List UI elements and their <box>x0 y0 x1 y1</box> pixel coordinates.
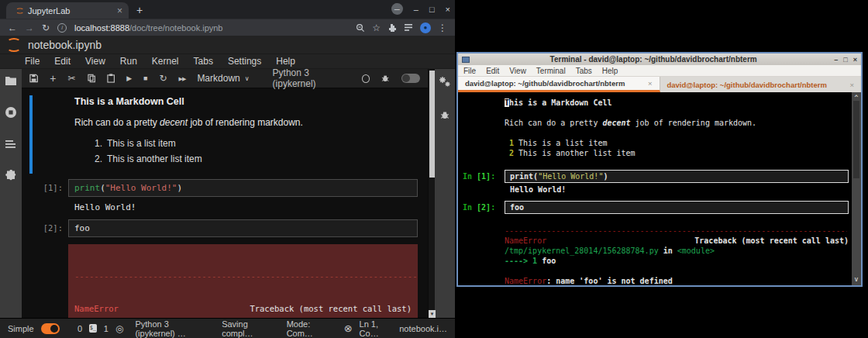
run-cell-icon[interactable]: ▶ <box>126 75 132 82</box>
window-minimize-button[interactable]: – <box>414 5 418 14</box>
window-maximize-button[interactable]: □ <box>429 5 435 14</box>
nbterm-error-path: /tmp/ipykernel_28014/156288784.py in <mo… <box>460 246 849 256</box>
scrollbar-thumb[interactable] <box>429 71 435 178</box>
kernel-name-label[interactable]: Python 3 (ipykernel) <box>273 67 350 89</box>
terminals-count[interactable]: 0 <box>78 324 82 333</box>
copy-cells-icon[interactable] <box>88 74 95 83</box>
browser-tab-title: JupyterLab <box>28 6 70 16</box>
document-title: notebook.ipynb <box>28 39 102 51</box>
terminal-title: Terminal - david@laptop: ~/github/davidb… <box>473 55 834 64</box>
menu-kernel[interactable]: Kernel <box>152 56 179 67</box>
status-kernel-label[interactable]: Python 3 (ipykernel) … <box>135 319 205 338</box>
input-prompt-2: [2]: <box>22 219 68 233</box>
nbterm-input-1[interactable]: print("Hello World!") <box>505 170 849 183</box>
nbterm-output-1: Hello World! <box>460 185 849 195</box>
trust-shield-icon: ⊗ <box>344 322 353 334</box>
notebook-cells: This is a Markdown Cell Rich can do a pr… <box>22 88 428 318</box>
terminal-menu-help[interactable]: Help <box>602 67 618 75</box>
profile-avatar[interactable]: ● <box>420 22 431 33</box>
nbterm-code-cell-2: In [2]: foo <box>460 201 849 214</box>
terminal-tab-inactive[interactable]: david@laptop: ~/github/davidbrochart/nbt… <box>660 77 862 92</box>
code-input-1[interactable]: print("Hello World!") <box>68 179 418 197</box>
reading-list-icon[interactable] <box>404 23 413 32</box>
markdown-list-item: 2.This is another list item <box>95 153 417 164</box>
debugger-sidebar-bug-icon[interactable] <box>440 111 450 120</box>
cursor-position-label[interactable]: Ln 1, Co… <box>360 319 393 338</box>
debugger-bug-icon[interactable] <box>381 74 389 83</box>
terminal-tab-active[interactable]: david@laptop: ~/github/davidbrochart/nbt… <box>458 77 660 92</box>
menu-run[interactable]: Run <box>120 56 137 67</box>
extension-manager-icon[interactable] <box>5 170 17 181</box>
status-filename-label: notebook.i… <box>399 324 447 333</box>
interrupt-kernel-icon[interactable]: ■ <box>143 75 147 82</box>
forward-icon[interactable]: → <box>25 22 34 33</box>
toolbar-toggle[interactable] <box>401 74 420 83</box>
new-tab-button[interactable]: + <box>136 4 143 19</box>
terminal-tab-close-icon[interactable]: × <box>845 81 854 89</box>
terminal-menu-view[interactable]: View <box>509 67 526 75</box>
jupyter-favicon <box>15 8 21 14</box>
browser-tab-strip: JupyterLab × + — – □ × <box>0 0 455 19</box>
selected-cell-indicator[interactable] <box>29 95 33 174</box>
zoom-icon[interactable] <box>356 23 365 33</box>
terminal-scrollbar-thumb[interactable] <box>853 101 859 178</box>
site-info-icon[interactable]: i <box>57 23 67 33</box>
code-cell-2: [2]: foo <box>22 219 418 237</box>
menu-file[interactable]: File <box>25 56 40 67</box>
kernels-count[interactable]: 1 <box>104 324 108 333</box>
terminal-scroll-down-icon[interactable]: v <box>855 274 859 285</box>
terminal-menubar: File Edit View Terminal Tabs Help <box>458 65 861 77</box>
window-close-button[interactable]: × <box>446 5 450 14</box>
file-browser-icon[interactable] <box>5 76 16 85</box>
table-of-contents-icon[interactable] <box>5 140 16 149</box>
code-input-2[interactable]: foo <box>68 219 418 237</box>
url-field[interactable]: localhost:8888/doc/tree/notebook.ipynb <box>74 23 348 33</box>
terminal-minimize-button[interactable]: – <box>834 56 838 64</box>
scrollbar-down-arrow[interactable]: ▼ <box>429 310 436 318</box>
nbterm-error-header: NameError Traceback (most recent call la… <box>460 236 849 246</box>
restart-run-all-icon[interactable]: ▶▶ <box>179 76 186 81</box>
browser-window: JupyterLab × + — – □ × ← → ↻ i localhost… <box>0 0 455 338</box>
terminal-tab-close-icon[interactable]: × <box>643 79 653 88</box>
terminal-sessions-icon: $_ <box>89 324 97 333</box>
restart-kernel-icon[interactable]: ↻ <box>160 74 167 83</box>
terminal-menu-tabs[interactable]: Tabs <box>576 67 592 75</box>
cell-type-dropdown[interactable]: Markdown ∨ <box>197 73 249 84</box>
back-icon[interactable]: ← <box>8 22 17 33</box>
terminal-scrollbar[interactable]: ^ v <box>852 92 861 285</box>
paste-cells-icon[interactable] <box>107 74 115 83</box>
menu-edit[interactable]: Edit <box>54 56 71 67</box>
menu-help[interactable]: Help <box>276 56 295 67</box>
terminal-close-button[interactable]: × <box>853 56 857 64</box>
running-sessions-icon[interactable] <box>5 106 17 119</box>
terminal-menu-terminal[interactable]: Terminal <box>536 67 566 75</box>
markdown-cell[interactable]: This is a Markdown Cell Rich can do a pr… <box>22 94 428 172</box>
error-header: NameError Traceback (most recent call la… <box>74 303 412 314</box>
nbterm-input-2[interactable]: foo <box>505 201 849 214</box>
menu-view[interactable]: View <box>85 56 105 67</box>
menu-tabs[interactable]: Tabs <box>194 56 213 67</box>
browser-menu-kebab-icon[interactable]: ⋮ <box>438 22 447 33</box>
extensions-puzzle-icon[interactable] <box>388 23 397 33</box>
notebook-panel: + ✂ ▶ ■ ↻ ▶▶ Markdown ∨ Python 3 (ipyker… <box>22 69 428 318</box>
terminal-menu-edit[interactable]: Edit <box>486 67 499 75</box>
extension-icon[interactable]: — <box>391 3 403 15</box>
simple-mode-toggle[interactable] <box>41 323 60 334</box>
notebook-scrollbar[interactable]: ▼ <box>428 69 435 318</box>
terminal-titlebar[interactable]: Terminal - david@laptop: ~/github/davidb… <box>458 53 861 65</box>
save-icon[interactable] <box>29 74 38 83</box>
browser-tab[interactable]: JupyterLab × <box>6 2 129 19</box>
jupyter-logo <box>5 38 20 52</box>
bookmark-star-icon[interactable]: ☆ <box>372 22 381 33</box>
reload-icon[interactable]: ↻ <box>42 22 50 33</box>
terminal-maximize-button[interactable]: □ <box>843 56 847 64</box>
insert-cell-icon[interactable]: + <box>50 73 56 84</box>
terminal-menu-file[interactable]: File <box>463 67 476 75</box>
tab-close-icon[interactable]: × <box>117 6 122 16</box>
cut-cells-icon[interactable]: ✂ <box>67 74 75 83</box>
nbterm-list-item: 1 This is a list item <box>460 138 849 148</box>
command-mode-label[interactable]: Mode: Com… <box>287 319 329 338</box>
left-sidebar <box>0 69 22 318</box>
menu-settings[interactable]: Settings <box>228 56 261 67</box>
property-inspector-gears-icon[interactable] <box>439 76 451 88</box>
